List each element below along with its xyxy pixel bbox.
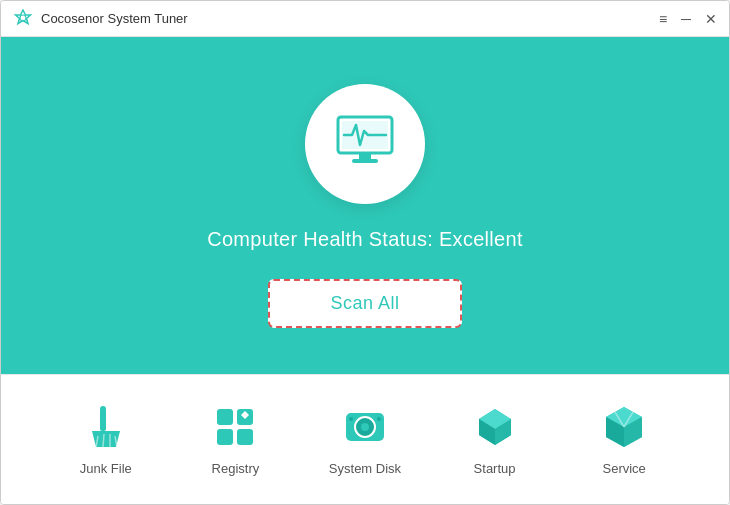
title-bar: Cocosenor System Tuner ≡ ─ ✕: [1, 1, 729, 37]
window-controls: ≡ ─ ✕: [659, 12, 717, 26]
health-status-text: Computer Health Status: Excellent: [207, 228, 523, 251]
bottom-section: Junk File Registry: [1, 374, 729, 504]
svg-rect-5: [100, 409, 106, 431]
service-icon: [600, 403, 648, 451]
startup-icon: [471, 403, 519, 451]
startup-label: Startup: [474, 461, 516, 476]
svg-point-20: [349, 417, 353, 421]
scan-all-button[interactable]: Scan All: [268, 279, 461, 328]
tool-registry[interactable]: Registry: [195, 403, 275, 476]
top-section: Computer Health Status: Excellent Scan A…: [1, 37, 729, 374]
minimize-button[interactable]: ─: [681, 12, 691, 26]
registry-label: Registry: [212, 461, 260, 476]
close-button[interactable]: ✕: [705, 12, 717, 26]
app-window: Cocosenor System Tuner ≡ ─ ✕: [0, 0, 730, 505]
svg-line-8: [103, 434, 104, 447]
tool-junk-file[interactable]: Junk File: [66, 403, 146, 476]
tool-system-disk[interactable]: System Disk: [325, 403, 405, 476]
junk-file-icon: [82, 403, 130, 451]
service-label: Service: [602, 461, 645, 476]
svg-point-11: [100, 406, 106, 412]
svg-rect-12: [217, 409, 233, 425]
svg-point-21: [377, 417, 381, 421]
system-disk-label: System Disk: [329, 461, 401, 476]
tool-startup[interactable]: Startup: [455, 403, 535, 476]
registry-icon: [211, 403, 259, 451]
junk-file-label: Junk File: [80, 461, 132, 476]
svg-rect-3: [359, 153, 371, 159]
main-area: Computer Health Status: Excellent Scan A…: [1, 37, 729, 504]
app-logo: [13, 9, 33, 29]
monitor-icon: [330, 107, 400, 181]
health-icon-circle: [305, 84, 425, 204]
svg-rect-14: [217, 429, 233, 445]
svg-rect-4: [352, 159, 378, 163]
app-title: Cocosenor System Tuner: [41, 11, 659, 26]
svg-rect-15: [237, 429, 253, 445]
svg-point-19: [361, 423, 369, 431]
tool-service[interactable]: Service: [584, 403, 664, 476]
menu-button[interactable]: ≡: [659, 12, 667, 26]
system-disk-icon: [341, 403, 389, 451]
